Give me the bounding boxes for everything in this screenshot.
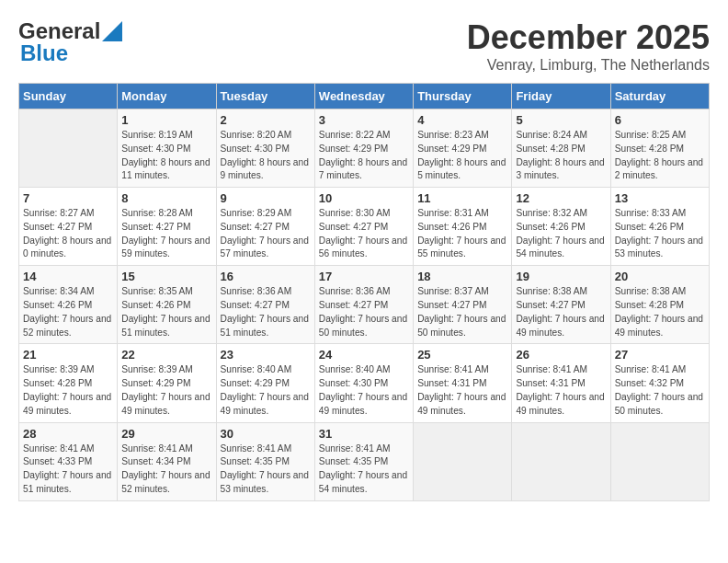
calendar-cell: 26Sunrise: 8:41 AMSunset: 4:31 PMDayligh… bbox=[512, 344, 610, 422]
calendar-cell: 16Sunrise: 8:36 AMSunset: 4:27 PMDayligh… bbox=[216, 266, 314, 344]
day-info: Sunrise: 8:41 AMSunset: 4:33 PMDaylight:… bbox=[23, 442, 113, 497]
day-number: 26 bbox=[516, 348, 606, 362]
day-info: Sunrise: 8:41 AMSunset: 4:32 PMDaylight:… bbox=[615, 363, 705, 418]
calendar-cell: 12Sunrise: 8:32 AMSunset: 4:26 PMDayligh… bbox=[512, 188, 610, 266]
calendar-cell: 23Sunrise: 8:40 AMSunset: 4:29 PMDayligh… bbox=[216, 344, 314, 422]
calendar-table: SundayMondayTuesdayWednesdayThursdayFrid… bbox=[18, 83, 710, 501]
day-number: 27 bbox=[615, 348, 705, 362]
calendar-cell: 6Sunrise: 8:25 AMSunset: 4:28 PMDaylight… bbox=[610, 109, 709, 188]
calendar-cell: 30Sunrise: 8:41 AMSunset: 4:35 PMDayligh… bbox=[216, 422, 314, 500]
calendar-cell bbox=[19, 109, 118, 188]
calendar-cell: 15Sunrise: 8:35 AMSunset: 4:26 PMDayligh… bbox=[118, 266, 216, 344]
logo-blue: Blue bbox=[20, 40, 68, 66]
day-info: Sunrise: 8:41 AMSunset: 4:35 PMDaylight:… bbox=[221, 442, 311, 497]
calendar-cell: 22Sunrise: 8:39 AMSunset: 4:29 PMDayligh… bbox=[118, 344, 216, 422]
day-info: Sunrise: 8:30 AMSunset: 4:27 PMDaylight:… bbox=[319, 207, 409, 261]
weekday-header: Monday bbox=[118, 84, 216, 109]
day-number: 19 bbox=[516, 270, 606, 283]
day-info: Sunrise: 8:41 AMSunset: 4:31 PMDaylight:… bbox=[417, 363, 507, 418]
weekday-header: Tuesday bbox=[216, 84, 314, 109]
day-info: Sunrise: 8:37 AMSunset: 4:27 PMDaylight:… bbox=[417, 285, 507, 339]
svg-marker-0 bbox=[102, 21, 122, 41]
day-info: Sunrise: 8:40 AMSunset: 4:30 PMDaylight:… bbox=[319, 363, 409, 418]
weekday-header: Friday bbox=[512, 84, 610, 109]
day-info: Sunrise: 8:19 AMSunset: 4:30 PMDaylight:… bbox=[121, 129, 211, 183]
day-number: 11 bbox=[417, 191, 507, 205]
day-info: Sunrise: 8:36 AMSunset: 4:27 PMDaylight:… bbox=[319, 285, 409, 339]
day-info: Sunrise: 8:35 AMSunset: 4:26 PMDaylight:… bbox=[121, 285, 211, 339]
day-number: 8 bbox=[121, 191, 211, 205]
day-number: 3 bbox=[319, 113, 409, 127]
calendar-cell: 31Sunrise: 8:41 AMSunset: 4:35 PMDayligh… bbox=[314, 422, 413, 500]
day-info: Sunrise: 8:39 AMSunset: 4:29 PMDaylight:… bbox=[121, 363, 211, 418]
day-number: 10 bbox=[319, 191, 409, 205]
day-number: 2 bbox=[221, 113, 311, 127]
month-title: December 2025 bbox=[467, 18, 710, 57]
day-number: 5 bbox=[516, 113, 606, 127]
day-number: 7 bbox=[23, 191, 113, 205]
location-title: Venray, Limburg, The Netherlands bbox=[467, 57, 710, 74]
calendar-cell bbox=[512, 422, 610, 500]
day-number: 20 bbox=[615, 270, 705, 283]
day-number: 18 bbox=[417, 270, 507, 283]
logo: General Blue bbox=[18, 18, 122, 66]
day-number: 25 bbox=[417, 348, 507, 362]
calendar-cell: 24Sunrise: 8:40 AMSunset: 4:30 PMDayligh… bbox=[314, 344, 413, 422]
day-info: Sunrise: 8:28 AMSunset: 4:27 PMDaylight:… bbox=[121, 207, 211, 261]
calendar-cell: 9Sunrise: 8:29 AMSunset: 4:27 PMDaylight… bbox=[216, 188, 314, 266]
calendar-cell: 27Sunrise: 8:41 AMSunset: 4:32 PMDayligh… bbox=[610, 344, 709, 422]
day-number: 24 bbox=[319, 348, 409, 362]
day-number: 28 bbox=[23, 427, 113, 441]
day-info: Sunrise: 8:24 AMSunset: 4:28 PMDaylight:… bbox=[516, 129, 606, 183]
day-number: 1 bbox=[121, 113, 211, 127]
day-info: Sunrise: 8:36 AMSunset: 4:27 PMDaylight:… bbox=[221, 285, 311, 339]
calendar-cell: 28Sunrise: 8:41 AMSunset: 4:33 PMDayligh… bbox=[19, 422, 118, 500]
weekday-header: Saturday bbox=[610, 84, 709, 109]
calendar-cell: 18Sunrise: 8:37 AMSunset: 4:27 PMDayligh… bbox=[414, 266, 512, 344]
calendar-cell: 21Sunrise: 8:39 AMSunset: 4:28 PMDayligh… bbox=[19, 344, 118, 422]
day-info: Sunrise: 8:41 AMSunset: 4:31 PMDaylight:… bbox=[516, 363, 606, 418]
day-info: Sunrise: 8:39 AMSunset: 4:28 PMDaylight:… bbox=[23, 363, 113, 418]
calendar-cell: 20Sunrise: 8:38 AMSunset: 4:28 PMDayligh… bbox=[610, 266, 709, 344]
calendar-cell: 4Sunrise: 8:23 AMSunset: 4:29 PMDaylight… bbox=[414, 109, 512, 188]
weekday-header: Thursday bbox=[414, 84, 512, 109]
calendar-cell bbox=[414, 422, 512, 500]
day-number: 12 bbox=[516, 191, 606, 205]
day-info: Sunrise: 8:41 AMSunset: 4:35 PMDaylight:… bbox=[319, 442, 409, 497]
day-info: Sunrise: 8:38 AMSunset: 4:28 PMDaylight:… bbox=[615, 285, 705, 339]
day-number: 4 bbox=[417, 113, 507, 127]
page-header: General Blue December 2025 Venray, Limbu… bbox=[18, 18, 710, 74]
day-info: Sunrise: 8:38 AMSunset: 4:27 PMDaylight:… bbox=[516, 285, 606, 339]
day-info: Sunrise: 8:31 AMSunset: 4:26 PMDaylight:… bbox=[417, 207, 507, 261]
day-number: 6 bbox=[615, 113, 705, 127]
calendar-cell: 3Sunrise: 8:22 AMSunset: 4:29 PMDaylight… bbox=[314, 109, 413, 188]
title-block: December 2025 Venray, Limburg, The Nethe… bbox=[467, 18, 710, 74]
day-number: 15 bbox=[121, 270, 211, 283]
calendar-cell: 1Sunrise: 8:19 AMSunset: 4:30 PMDaylight… bbox=[118, 109, 216, 188]
day-number: 23 bbox=[221, 348, 311, 362]
day-number: 30 bbox=[221, 427, 311, 441]
day-number: 21 bbox=[23, 348, 113, 362]
weekday-header: Sunday bbox=[19, 84, 118, 109]
calendar-cell: 11Sunrise: 8:31 AMSunset: 4:26 PMDayligh… bbox=[414, 188, 512, 266]
calendar-cell: 25Sunrise: 8:41 AMSunset: 4:31 PMDayligh… bbox=[414, 344, 512, 422]
day-number: 9 bbox=[221, 191, 311, 205]
day-info: Sunrise: 8:32 AMSunset: 4:26 PMDaylight:… bbox=[516, 207, 606, 261]
day-info: Sunrise: 8:41 AMSunset: 4:34 PMDaylight:… bbox=[121, 442, 211, 497]
calendar-cell: 8Sunrise: 8:28 AMSunset: 4:27 PMDaylight… bbox=[118, 188, 216, 266]
day-info: Sunrise: 8:23 AMSunset: 4:29 PMDaylight:… bbox=[417, 129, 507, 183]
day-info: Sunrise: 8:29 AMSunset: 4:27 PMDaylight:… bbox=[221, 207, 311, 261]
day-info: Sunrise: 8:34 AMSunset: 4:26 PMDaylight:… bbox=[23, 285, 113, 339]
calendar-cell: 10Sunrise: 8:30 AMSunset: 4:27 PMDayligh… bbox=[314, 188, 413, 266]
day-number: 31 bbox=[319, 427, 409, 441]
calendar-cell: 2Sunrise: 8:20 AMSunset: 4:30 PMDaylight… bbox=[216, 109, 314, 188]
logo-icon bbox=[102, 21, 122, 41]
calendar-cell: 7Sunrise: 8:27 AMSunset: 4:27 PMDaylight… bbox=[19, 188, 118, 266]
calendar-cell: 19Sunrise: 8:38 AMSunset: 4:27 PMDayligh… bbox=[512, 266, 610, 344]
day-info: Sunrise: 8:27 AMSunset: 4:27 PMDaylight:… bbox=[23, 207, 113, 261]
day-number: 16 bbox=[221, 270, 311, 283]
calendar-cell: 14Sunrise: 8:34 AMSunset: 4:26 PMDayligh… bbox=[19, 266, 118, 344]
day-number: 14 bbox=[23, 270, 113, 283]
day-number: 22 bbox=[121, 348, 211, 362]
day-info: Sunrise: 8:40 AMSunset: 4:29 PMDaylight:… bbox=[221, 363, 311, 418]
